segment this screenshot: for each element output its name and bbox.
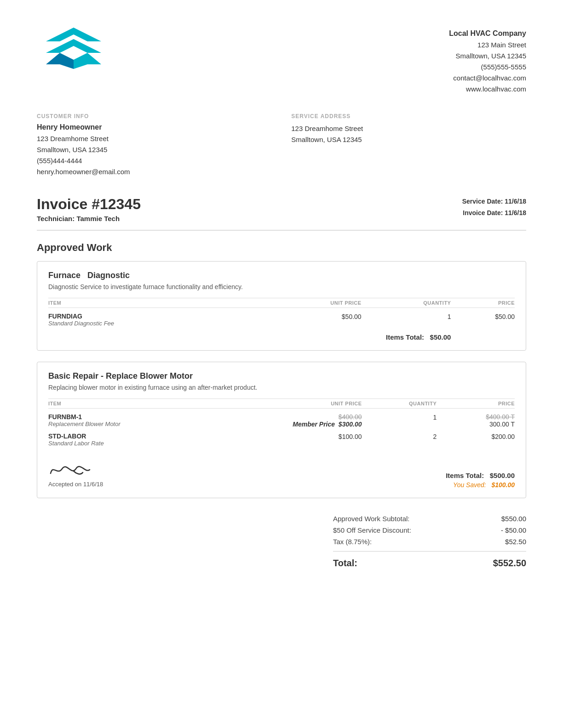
summary-total-row: Total: $552.50	[333, 555, 526, 569]
company-email: contact@localhvac.com	[449, 73, 526, 84]
customer-phone: (555)444-4444	[37, 155, 272, 166]
items-table-2: ITEM UNIT PRICE QUANTITY PRICE FURNBM-1 …	[48, 398, 515, 489]
subtotal-value: $550.00	[501, 515, 526, 523]
page-header: Local HVAC Company 123 Main Street Small…	[37, 28, 526, 95]
discount-value: - $50.00	[501, 526, 526, 534]
col-price: PRICE	[451, 298, 515, 307]
summary-row-subtotal: Approved Work Subtotal: $550.00	[333, 513, 526, 524]
info-row: CUSTOMER INFO Henry Homeowner 123 Dreamh…	[37, 113, 526, 177]
furnbm1-qty-cell: 1	[362, 408, 437, 428]
item-qty-cell: 1	[362, 307, 451, 327]
furnbm1-price-actual: 300.00 T	[489, 421, 515, 428]
stdlabor-qty: 2	[433, 433, 437, 440]
company-name: Local HVAC Company	[449, 28, 526, 40]
service-address1: 123 Dreamhome Street	[291, 123, 526, 134]
subtotal-label: Approved Work Subtotal:	[333, 515, 409, 523]
item-qty: 1	[448, 313, 451, 320]
customer-address2: Smalltown, USA 12345	[37, 144, 272, 155]
service-address-label: SERVICE ADDRESS	[291, 113, 526, 119]
work-card-2-title: Basic Repair - Replace Blower Motor	[48, 371, 515, 381]
table-row-furnbm1: FURNBM-1 Replacement Blower Motor $400.0…	[48, 408, 515, 428]
item-desc: Standard Diagnostic Fee	[48, 320, 261, 327]
furnbm1-unit-price-strike: $400.00	[339, 413, 362, 421]
furnbm1-member-price: Member Price $300.00	[293, 421, 362, 428]
item-unit-price-cell: $50.00	[261, 307, 362, 327]
service-date-line: Service Date: 11/6/18	[462, 196, 526, 207]
furnbm1-unit-price-cell: $400.00 Member Price $300.00	[208, 408, 362, 428]
customer-email: henry.homeowner@email.com	[37, 166, 272, 177]
total-label: Total:	[333, 558, 357, 569]
items-table-1: ITEM UNIT PRICE QUANTITY PRICE FURNDIAG …	[48, 298, 515, 341]
service-address2: Smalltown, USA 12345	[291, 134, 526, 145]
item-code-cell: FURNDIAG Standard Diagnostic Fee	[48, 307, 261, 327]
technician-line: Technician: Tammie Tech	[37, 215, 141, 222]
signature-area-cell: Accepted on 11/6/18	[48, 447, 362, 489]
furnbm1-code-cell: FURNBM-1 Replacement Blower Motor	[48, 408, 208, 428]
company-info: Local HVAC Company 123 Main Street Small…	[449, 28, 526, 95]
summary-row-tax: Tax (8.75%): $52.50	[333, 536, 526, 547]
invoice-date-label: Invoice Date:	[463, 209, 503, 216]
summary-table: Approved Work Subtotal: $550.00 $50 Off …	[333, 513, 526, 569]
stdlabor-price-cell: $200.00	[437, 428, 515, 447]
total-value: $552.50	[493, 558, 526, 569]
approved-work-title: Approved Work	[37, 242, 526, 254]
col-item: ITEM	[48, 298, 261, 307]
svg-marker-2	[46, 53, 74, 69]
card2-totals-row: Accepted on 11/6/18 Items Total: $500.00…	[48, 447, 515, 489]
furnbm1-price-cell: $400.00 T 300.00 T	[437, 408, 515, 428]
col-unit-price-2: UNIT PRICE	[208, 398, 362, 408]
tax-label: Tax (8.75%):	[333, 538, 372, 546]
stdlabor-code-cell: STD-LABOR Standard Labor Rate	[48, 428, 208, 447]
tax-value: $52.50	[505, 538, 526, 546]
items-total-value	[451, 327, 515, 341]
furnbm1-price-strike: $400.00 T	[486, 413, 515, 421]
card2-totals-values: Items Total: $500.00 You Saved: $100.00	[362, 447, 515, 489]
accepted-text: Accepted on 11/6/18	[48, 481, 362, 489]
summary-row-discount: $50 Off Service Discount: - $50.00	[333, 524, 526, 536]
item-unit-price: $50.00	[342, 313, 362, 320]
stdlabor-code: STD-LABOR	[48, 432, 208, 440]
company-address1: 123 Main Street	[449, 40, 526, 51]
company-logo	[37, 28, 120, 89]
work-card-1-desc: Diagnostic Service to investigate furnac…	[48, 283, 515, 290]
signature-svg	[48, 460, 94, 478]
invoice-date-line: Invoice Date: 11/6/18	[462, 207, 526, 219]
items-total-label: Items Total: $50.00	[48, 327, 451, 341]
signature-area	[48, 460, 362, 478]
customer-section-label: CUSTOMER INFO	[37, 113, 272, 119]
service-address-col: SERVICE ADDRESS 123 Dreamhome Street Sma…	[291, 113, 526, 177]
work-card-1: Furnace Diagnostic Diagnostic Service to…	[37, 261, 526, 351]
company-address2: Smalltown, USA 12345	[449, 51, 526, 62]
table-header-row-2: ITEM UNIT PRICE QUANTITY PRICE	[48, 398, 515, 408]
technician-name: Tammie Tech	[76, 215, 120, 222]
invoice-title: Invoice #12345	[37, 196, 141, 213]
table-row: FURNDIAG Standard Diagnostic Fee $50.00 …	[48, 307, 515, 327]
you-saved-label: You Saved:	[453, 481, 489, 489]
technician-label: Technician:	[37, 215, 76, 222]
table-header-row: ITEM UNIT PRICE QUANTITY PRICE	[48, 298, 515, 307]
customer-address1: 123 Dreamhome Street	[37, 133, 272, 144]
furnbm1-desc: Replacement Blower Motor	[48, 421, 208, 427]
table-row-stdlabor: STD-LABOR Standard Labor Rate $100.00 2 …	[48, 428, 515, 447]
customer-name: Henry Homeowner	[37, 123, 272, 131]
col-quantity-2: QUANTITY	[362, 398, 437, 408]
item-price-cell: $50.00	[451, 307, 515, 327]
summary-divider	[333, 551, 526, 552]
item-price: $50.00	[495, 313, 515, 320]
svg-marker-3	[74, 53, 101, 69]
col-unit-price: UNIT PRICE	[261, 298, 362, 307]
furnbm1-code: FURNBM-1	[48, 413, 208, 421]
item-code: FURNDIAG	[48, 313, 261, 320]
items-total-row: Items Total: $50.00	[48, 327, 515, 341]
discount-label: $50 Off Service Discount:	[333, 526, 411, 534]
stdlabor-unit-price-cell: $100.00	[208, 428, 362, 447]
invoice-date-value: 11/6/18	[505, 209, 526, 216]
customer-info-col: CUSTOMER INFO Henry Homeowner 123 Dreamh…	[37, 113, 272, 177]
col-item-2: ITEM	[48, 398, 208, 408]
stdlabor-price: $200.00	[491, 433, 515, 440]
you-saved-value: $100.00	[491, 481, 515, 489]
summary-section: Approved Work Subtotal: $550.00 $50 Off …	[37, 513, 526, 569]
col-quantity: QUANTITY	[362, 298, 451, 307]
stdlabor-unit-price: $100.00	[339, 433, 362, 440]
company-phone: (555)555-5555	[449, 62, 526, 73]
